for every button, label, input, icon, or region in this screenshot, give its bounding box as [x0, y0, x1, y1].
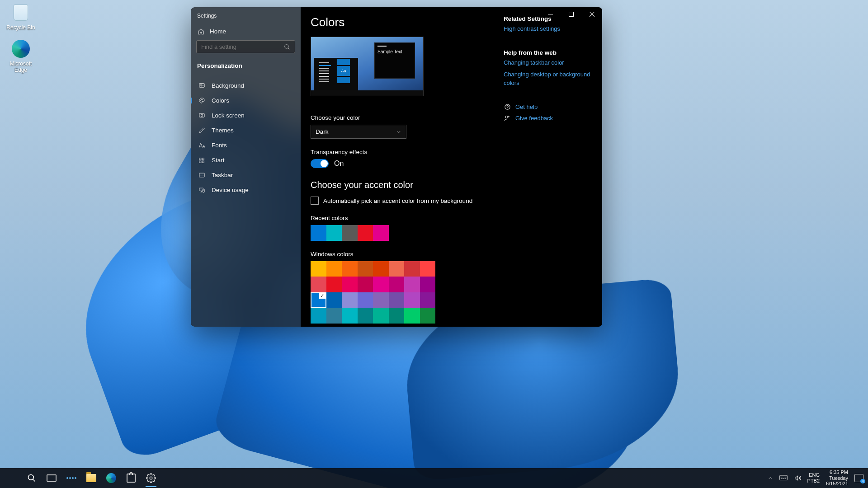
chevron-down-icon	[396, 129, 401, 135]
recent-colors-label: Recent colors	[311, 215, 495, 221]
tray-volume-icon[interactable]	[794, 474, 801, 482]
search-input[interactable]	[201, 43, 278, 50]
recent-color-swatch[interactable]	[358, 225, 373, 241]
sidebar-item-fonts[interactable]: Fonts	[191, 138, 301, 153]
tray-language[interactable]: ENG PTB2	[807, 472, 820, 483]
sidebar-item-colors[interactable]: Colors	[191, 93, 301, 108]
windows-color-swatch[interactable]	[420, 292, 436, 308]
search-icon	[26, 473, 37, 483]
sidebar-item-label: Device usage	[212, 187, 249, 193]
taskbar-widgets[interactable]	[61, 469, 81, 488]
help-link-0[interactable]: Changing taskbar color	[504, 59, 592, 67]
taskbar-settings[interactable]	[141, 469, 161, 488]
windows-color-swatch[interactable]	[342, 308, 358, 324]
taskbar-store[interactable]	[121, 469, 141, 488]
page-title: Colors	[311, 15, 495, 29]
windows-color-swatch[interactable]	[326, 308, 342, 324]
sidebar-item-label: Themes	[212, 127, 234, 134]
help-link-1[interactable]: Changing desktop or background colors	[504, 70, 592, 87]
sidebar-section-head: Personalization	[191, 58, 301, 72]
minimize-button[interactable]	[540, 7, 561, 21]
windows-color-swatch[interactable]	[404, 261, 420, 277]
tray-keyboard-icon[interactable]	[779, 475, 788, 481]
windows-color-swatch[interactable]	[389, 292, 405, 308]
windows-color-swatch[interactable]	[373, 261, 389, 277]
taskview-icon	[46, 473, 57, 483]
windows-color-swatch[interactable]	[373, 292, 389, 308]
windows-color-swatch[interactable]	[311, 261, 326, 277]
auto-pick-checkbox[interactable]	[311, 197, 319, 205]
svg-rect-6	[199, 113, 204, 117]
sidebar-item-themes[interactable]: Themes	[191, 123, 301, 138]
windows-color-swatch[interactable]	[326, 277, 342, 292]
windows-color-swatch[interactable]	[404, 292, 420, 308]
tray-chevron-up-icon[interactable]	[768, 475, 773, 481]
windows-color-swatch[interactable]	[311, 308, 326, 324]
transparency-state: On	[334, 160, 344, 168]
sidebar-item-start[interactable]: Start	[191, 153, 301, 168]
windows-color-swatch[interactable]	[420, 261, 436, 277]
recent-color-swatch[interactable]	[342, 225, 358, 241]
help-icon	[504, 103, 511, 110]
windows-color-swatch[interactable]	[326, 261, 342, 277]
desktop-icon-label: Recycle Bin	[3, 24, 39, 31]
sidebar-item-lock-screen[interactable]: Lock screen	[191, 108, 301, 123]
windows-color-swatch[interactable]	[389, 277, 405, 292]
windows-color-swatch[interactable]	[358, 277, 373, 292]
windows-color-swatch[interactable]	[404, 277, 420, 292]
windows-color-swatch[interactable]	[358, 308, 373, 324]
window-controls	[540, 7, 602, 21]
windows-color-swatch[interactable]	[342, 261, 358, 277]
recent-color-swatch[interactable]	[373, 225, 389, 241]
windows-color-swatch[interactable]	[358, 292, 373, 308]
settings-content: Colors Aa	[301, 7, 602, 327]
windows-color-swatch[interactable]	[373, 277, 389, 292]
taskbar-start[interactable]	[2, 469, 22, 488]
link-give-feedback[interactable]: Give feedback	[504, 115, 592, 122]
windows-color-swatch[interactable]	[342, 277, 358, 292]
preview-sample-text: Sample Text	[377, 49, 412, 54]
transparency-label: Transparency effects	[311, 149, 495, 155]
windows-color-swatch[interactable]	[342, 292, 358, 308]
maximize-button[interactable]	[561, 7, 581, 21]
close-button[interactable]	[581, 7, 602, 21]
windows-color-swatch[interactable]	[404, 308, 420, 324]
svg-rect-7	[201, 115, 203, 116]
windows-color-swatch[interactable]	[358, 261, 373, 277]
windows-color-swatch[interactable]	[311, 277, 326, 292]
desktop-icon-edge[interactable]: Microsoft Edge	[3, 39, 39, 73]
recent-color-swatch[interactable]	[311, 225, 326, 241]
color-preview: Aa Sample Text	[311, 37, 424, 96]
sidebar-item-taskbar[interactable]: Taskbar	[191, 168, 301, 183]
taskbar-search[interactable]	[22, 469, 42, 488]
recent-color-swatch[interactable]	[326, 225, 342, 241]
tray-date: 6/15/2021	[826, 481, 848, 487]
link-get-help[interactable]: Get help	[504, 103, 592, 110]
taskbar-edge[interactable]	[101, 469, 121, 488]
windows-color-swatch[interactable]	[420, 277, 436, 292]
palette-icon	[198, 97, 205, 104]
search-input-wrap[interactable]	[196, 40, 295, 53]
windows-color-swatch[interactable]	[326, 292, 342, 308]
taskbar-taskview[interactable]	[42, 469, 61, 488]
windows-color-swatch[interactable]	[389, 261, 405, 277]
svg-rect-11	[202, 161, 204, 163]
svg-point-4	[201, 99, 201, 99]
windows-color-swatch[interactable]	[311, 292, 326, 308]
sidebar-item-device-usage[interactable]: Device usage	[191, 183, 301, 197]
tray-notifications[interactable]	[854, 474, 863, 482]
taskbar-explorer[interactable]	[81, 469, 101, 488]
svg-rect-10	[199, 161, 201, 163]
desktop-icon-recycle-bin[interactable]: Recycle Bin	[3, 3, 39, 31]
windows-color-swatch[interactable]	[420, 308, 436, 324]
transparency-toggle[interactable]	[311, 159, 329, 168]
choose-color-select[interactable]: Dark	[311, 125, 406, 139]
windows-color-swatch[interactable]	[373, 308, 389, 324]
sidebar-home[interactable]: Home	[191, 23, 301, 39]
sidebar-item-background[interactable]: Background	[191, 78, 301, 93]
tray-clock[interactable]: 6:35 PM Tuesday 6/15/2021	[826, 469, 848, 487]
auto-pick-label: Automatically pick an accent color from …	[323, 197, 472, 204]
sidebar-home-label: Home	[210, 28, 226, 35]
windows-color-swatch[interactable]	[389, 308, 405, 324]
link-high-contrast[interactable]: High contrast settings	[504, 25, 592, 33]
